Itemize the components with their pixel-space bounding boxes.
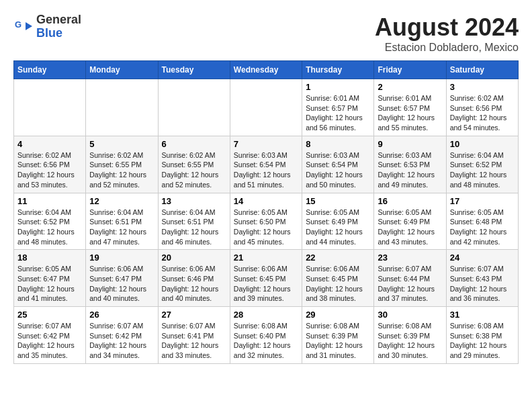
logo-text: General Blue	[36, 13, 81, 40]
day-number: 29	[306, 310, 370, 320]
day-number: 24	[450, 253, 515, 263]
logo-icon: G	[13, 17, 34, 37]
calendar-cell: 9Sunrise: 6:03 AMSunset: 6:53 PMDaylight…	[374, 136, 446, 193]
calendar-cell: 4Sunrise: 6:02 AMSunset: 6:56 PMDaylight…	[14, 136, 86, 193]
day-info: Sunrise: 6:05 AMSunset: 6:49 PMDaylight:…	[378, 208, 442, 247]
calendar-cell: 10Sunrise: 6:04 AMSunset: 6:52 PMDayligh…	[446, 136, 518, 193]
calendar-cell: 21Sunrise: 6:06 AMSunset: 6:45 PMDayligh…	[230, 250, 302, 307]
day-info: Sunrise: 6:08 AMSunset: 6:38 PMDaylight:…	[450, 321, 515, 361]
calendar-week-2: 4Sunrise: 6:02 AMSunset: 6:56 PMDaylight…	[14, 136, 519, 193]
calendar-cell: 6Sunrise: 6:02 AMSunset: 6:55 PMDaylight…	[158, 136, 230, 193]
day-info: Sunrise: 6:04 AMSunset: 6:52 PMDaylight:…	[17, 208, 82, 247]
day-info: Sunrise: 6:06 AMSunset: 6:45 PMDaylight:…	[306, 264, 370, 304]
calendar-cell: 2Sunrise: 6:01 AMSunset: 6:57 PMDaylight…	[374, 79, 446, 136]
calendar-cell: 12Sunrise: 6:04 AMSunset: 6:51 PMDayligh…	[86, 193, 158, 250]
day-number: 27	[162, 310, 226, 320]
calendar-cell: 1Sunrise: 6:01 AMSunset: 6:57 PMDaylight…	[302, 79, 374, 136]
day-info: Sunrise: 6:08 AMSunset: 6:39 PMDaylight:…	[306, 321, 370, 361]
calendar-week-5: 25Sunrise: 6:07 AMSunset: 6:42 PMDayligh…	[14, 307, 519, 364]
weekday-thursday: Thursday	[302, 61, 374, 79]
day-number: 11	[17, 196, 82, 206]
calendar-cell: 28Sunrise: 6:08 AMSunset: 6:40 PMDayligh…	[230, 307, 302, 364]
day-info: Sunrise: 6:02 AMSunset: 6:56 PMDaylight:…	[450, 93, 515, 133]
day-number: 30	[378, 310, 442, 320]
weekday-tuesday: Tuesday	[158, 61, 230, 79]
calendar-cell: 16Sunrise: 6:05 AMSunset: 6:49 PMDayligh…	[374, 193, 446, 250]
page-header: G General Blue August 2024 Estacion Dobl…	[13, 13, 519, 54]
calendar-cell: 26Sunrise: 6:07 AMSunset: 6:42 PMDayligh…	[86, 307, 158, 364]
calendar-cell: 3Sunrise: 6:02 AMSunset: 6:56 PMDaylight…	[446, 79, 518, 136]
day-info: Sunrise: 6:01 AMSunset: 6:57 PMDaylight:…	[378, 93, 442, 133]
weekday-saturday: Saturday	[446, 61, 518, 79]
calendar-week-4: 18Sunrise: 6:05 AMSunset: 6:47 PMDayligh…	[14, 250, 519, 307]
calendar-cell: 8Sunrise: 6:03 AMSunset: 6:54 PMDaylight…	[302, 136, 374, 193]
weekday-monday: Monday	[86, 61, 158, 79]
calendar-cell: 20Sunrise: 6:06 AMSunset: 6:46 PMDayligh…	[158, 250, 230, 307]
calendar-cell: 7Sunrise: 6:03 AMSunset: 6:54 PMDaylight…	[230, 136, 302, 193]
calendar-week-1: 1Sunrise: 6:01 AMSunset: 6:57 PMDaylight…	[14, 79, 519, 136]
day-info: Sunrise: 6:04 AMSunset: 6:51 PMDaylight:…	[89, 208, 154, 247]
weekday-wednesday: Wednesday	[230, 61, 302, 79]
calendar-cell: 19Sunrise: 6:06 AMSunset: 6:47 PMDayligh…	[86, 250, 158, 307]
calendar-cell	[14, 79, 86, 136]
day-number: 18	[17, 253, 82, 263]
calendar-cell: 30Sunrise: 6:08 AMSunset: 6:39 PMDayligh…	[374, 307, 446, 364]
calendar-cell: 15Sunrise: 6:05 AMSunset: 6:49 PMDayligh…	[302, 193, 374, 250]
day-number: 26	[89, 310, 154, 320]
day-info: Sunrise: 6:03 AMSunset: 6:54 PMDaylight:…	[306, 150, 370, 190]
day-number: 15	[306, 196, 370, 206]
calendar-table: SundayMondayTuesdayWednesdayThursdayFrid…	[13, 60, 519, 364]
day-info: Sunrise: 6:03 AMSunset: 6:54 PMDaylight:…	[234, 150, 298, 190]
calendar-cell: 11Sunrise: 6:04 AMSunset: 6:52 PMDayligh…	[14, 193, 86, 250]
day-info: Sunrise: 6:05 AMSunset: 6:48 PMDaylight:…	[450, 208, 515, 247]
calendar-cell	[158, 79, 230, 136]
day-info: Sunrise: 6:05 AMSunset: 6:50 PMDaylight:…	[234, 208, 298, 247]
calendar-cell: 29Sunrise: 6:08 AMSunset: 6:39 PMDayligh…	[302, 307, 374, 364]
day-number: 4	[17, 139, 82, 149]
day-info: Sunrise: 6:07 AMSunset: 6:43 PMDaylight:…	[450, 264, 515, 304]
calendar-cell: 23Sunrise: 6:07 AMSunset: 6:44 PMDayligh…	[374, 250, 446, 307]
day-number: 19	[89, 253, 154, 263]
calendar-cell: 17Sunrise: 6:05 AMSunset: 6:48 PMDayligh…	[446, 193, 518, 250]
month-year: August 2024	[375, 13, 519, 42]
logo-line1: General	[36, 13, 81, 26]
calendar-cell: 13Sunrise: 6:04 AMSunset: 6:51 PMDayligh…	[158, 193, 230, 250]
day-number: 17	[450, 196, 515, 206]
day-number: 7	[234, 139, 298, 149]
day-number: 2	[378, 82, 442, 92]
day-info: Sunrise: 6:07 AMSunset: 6:42 PMDaylight:…	[17, 321, 82, 361]
logo: G General Blue	[13, 13, 81, 40]
day-number: 13	[162, 196, 226, 206]
day-number: 16	[378, 196, 442, 206]
day-number: 25	[17, 310, 82, 320]
calendar-cell: 14Sunrise: 6:05 AMSunset: 6:50 PMDayligh…	[230, 193, 302, 250]
day-info: Sunrise: 6:04 AMSunset: 6:51 PMDaylight:…	[162, 208, 226, 247]
day-info: Sunrise: 6:02 AMSunset: 6:56 PMDaylight:…	[17, 150, 82, 190]
day-number: 14	[234, 196, 298, 206]
day-number: 10	[450, 139, 515, 149]
day-number: 31	[450, 310, 515, 320]
day-number: 1	[306, 82, 370, 92]
day-info: Sunrise: 6:03 AMSunset: 6:53 PMDaylight:…	[378, 150, 442, 190]
day-info: Sunrise: 6:06 AMSunset: 6:45 PMDaylight:…	[234, 264, 298, 304]
weekday-friday: Friday	[374, 61, 446, 79]
day-info: Sunrise: 6:08 AMSunset: 6:39 PMDaylight:…	[378, 321, 442, 361]
day-info: Sunrise: 6:06 AMSunset: 6:46 PMDaylight:…	[162, 264, 226, 304]
day-number: 8	[306, 139, 370, 149]
day-number: 12	[89, 196, 154, 206]
day-number: 9	[378, 139, 442, 149]
weekday-sunday: Sunday	[14, 61, 86, 79]
weekday-header-row: SundayMondayTuesdayWednesdayThursdayFrid…	[14, 61, 519, 79]
day-number: 20	[162, 253, 226, 263]
svg-marker-1	[26, 22, 32, 30]
day-info: Sunrise: 6:07 AMSunset: 6:44 PMDaylight:…	[378, 264, 442, 304]
day-info: Sunrise: 6:02 AMSunset: 6:55 PMDaylight:…	[162, 150, 226, 190]
day-number: 21	[234, 253, 298, 263]
calendar-cell: 18Sunrise: 6:05 AMSunset: 6:47 PMDayligh…	[14, 250, 86, 307]
calendar-cell	[230, 79, 302, 136]
svg-text:G: G	[15, 19, 21, 30]
day-info: Sunrise: 6:06 AMSunset: 6:47 PMDaylight:…	[89, 264, 154, 304]
day-info: Sunrise: 6:04 AMSunset: 6:52 PMDaylight:…	[450, 150, 515, 190]
calendar-cell: 22Sunrise: 6:06 AMSunset: 6:45 PMDayligh…	[302, 250, 374, 307]
calendar-cell	[86, 79, 158, 136]
